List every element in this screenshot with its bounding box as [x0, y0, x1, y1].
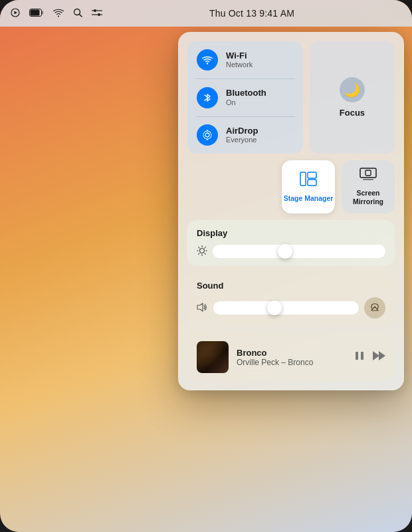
now-playing-info: Bronco Orville Peck – Bronco: [237, 348, 346, 367]
focus-icon: 🌙: [340, 77, 365, 102]
volume-icon: [197, 303, 208, 314]
bluetooth-text: Bluetooth On: [226, 88, 266, 107]
volume-slider-row: [197, 297, 385, 319]
svg-rect-3: [42, 11, 44, 15]
wifi-text: Wi-Fi Network: [226, 51, 253, 70]
track-title: Bronco: [237, 348, 346, 358]
top-row: Wi-Fi Network Bluetooth On: [187, 41, 395, 154]
play-icon[interactable]: [11, 8, 20, 19]
album-art: [197, 341, 229, 373]
now-playing-section: Bronco Orville Peck – Bronco: [187, 333, 395, 381]
menu-bar-left: [11, 8, 102, 19]
svg-marker-38: [373, 351, 379, 360]
playback-controls: [354, 350, 385, 365]
bluetooth-title: Bluetooth: [226, 88, 266, 98]
svg-point-5: [58, 15, 59, 17]
svg-point-14: [207, 63, 208, 64]
track-artist: Orville Peck – Bronco: [237, 358, 346, 367]
screen-mirroring-button[interactable]: Screen Mirroring: [342, 160, 395, 213]
wifi-toggle[interactable]: Wi-Fi Network: [197, 49, 294, 70]
brightness-slider-row: [197, 245, 385, 258]
airdrop-subtitle: Everyone: [226, 136, 258, 144]
svg-point-16: [203, 131, 211, 139]
svg-line-30: [199, 247, 199, 247]
display-title: Display: [197, 228, 385, 238]
menu-bar: Thu Oct 13 9:41 AM: [0, 0, 412, 27]
battery-icon: [29, 9, 44, 18]
svg-line-31: [205, 253, 205, 253]
menu-bar-datetime: Thu Oct 13 9:41 AM: [102, 8, 401, 19]
controlcenter-icon[interactable]: [92, 8, 102, 19]
airplay-button[interactable]: [364, 297, 385, 319]
focus-panel[interactable]: 🌙 Focus: [310, 41, 395, 154]
svg-marker-1: [15, 11, 18, 15]
wifi-icon[interactable]: [53, 9, 64, 19]
stage-manager-label: Stage Manager: [284, 194, 334, 203]
search-icon[interactable]: [73, 8, 82, 19]
airdrop-toggle[interactable]: AirDrop Everyone: [197, 124, 294, 146]
volume-thumb[interactable]: [267, 301, 282, 315]
display-section: Display: [187, 220, 395, 266]
device-frame: Thu Oct 13 9:41 AM: [0, 0, 412, 532]
middle-row: Stage Manager Screen Mirroring: [187, 160, 395, 213]
airdrop-title: AirDrop: [226, 126, 258, 136]
control-center: Wi-Fi Network Bluetooth On: [178, 32, 404, 390]
airdrop-text: AirDrop Everyone: [226, 126, 258, 145]
svg-marker-34: [197, 303, 203, 311]
svg-point-25: [200, 248, 205, 253]
bluetooth-subtitle: On: [226, 98, 266, 107]
svg-point-15: [205, 133, 209, 137]
brightness-slider[interactable]: [213, 245, 385, 258]
bluetooth-toggle[interactable]: Bluetooth On: [197, 87, 294, 108]
svg-rect-21: [308, 180, 316, 186]
bluetooth-toggle-icon: [197, 87, 218, 108]
focus-label: Focus: [340, 108, 365, 118]
brightness-icon: [197, 245, 207, 258]
screen-mirroring-label: Screen Mirroring: [342, 189, 395, 205]
svg-rect-24: [365, 170, 371, 176]
svg-rect-37: [361, 352, 363, 360]
skip-forward-button[interactable]: [372, 350, 385, 365]
svg-line-32: [205, 247, 205, 247]
svg-rect-36: [356, 352, 358, 360]
svg-point-8: [94, 9, 96, 12]
volume-slider[interactable]: [213, 301, 359, 315]
svg-rect-22: [360, 168, 376, 178]
svg-rect-20: [308, 172, 316, 178]
stage-manager-button[interactable]: Stage Manager: [282, 160, 335, 213]
wifi-title: Wi-Fi: [226, 51, 253, 61]
airdrop-toggle-icon: [197, 124, 218, 146]
svg-marker-39: [379, 351, 385, 360]
svg-rect-23: [363, 179, 373, 180]
stage-manager-icon: [300, 172, 317, 190]
connectivity-panel: Wi-Fi Network Bluetooth On: [187, 41, 303, 154]
brightness-thumb[interactable]: [278, 244, 292, 259]
wifi-toggle-icon: [197, 49, 218, 70]
pause-button[interactable]: [354, 350, 365, 365]
svg-point-11: [98, 13, 100, 16]
svg-rect-4: [31, 10, 40, 16]
svg-line-7: [80, 15, 82, 17]
svg-rect-19: [300, 172, 306, 186]
screen-mirroring-icon: [360, 168, 377, 185]
divider-2: [195, 116, 295, 117]
divider-1: [195, 78, 295, 79]
sound-section: Sound: [187, 273, 395, 327]
wifi-subtitle: Network: [226, 61, 253, 69]
sound-title: Sound: [197, 281, 385, 291]
svg-line-33: [199, 253, 199, 253]
